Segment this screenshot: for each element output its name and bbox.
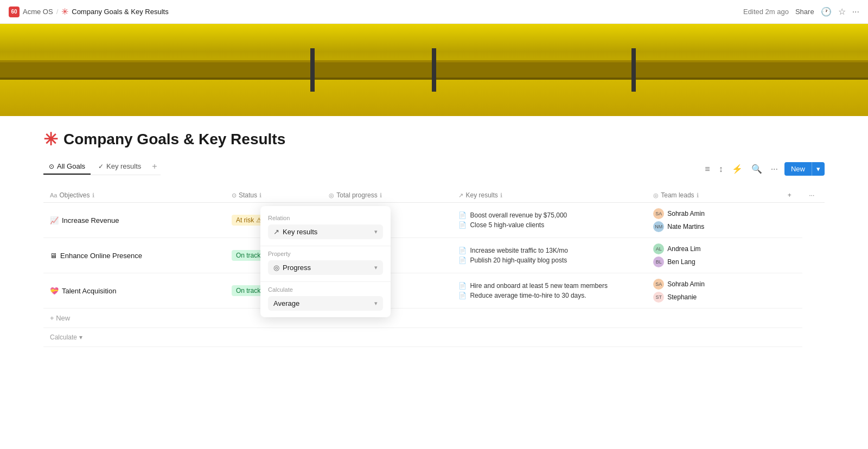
page-icon: ✳ [43,129,58,150]
calculate-chevron-icon[interactable]: ▾ [79,333,82,341]
th-teamleads-info[interactable]: ℹ [697,192,699,199]
more-icon[interactable]: ··· [852,7,859,17]
avatar: BL [653,256,664,267]
more-options-icon[interactable]: ··· [769,162,780,176]
team-lead-name: Andrea Lim [667,245,700,253]
calculate-select-left: Average [273,299,299,307]
page-content: ✳ Company Goals & Key Results ⊙ All Goal… [0,116,868,360]
tl-list: ALAndrea LimBLBen Lang [653,243,770,267]
edited-label: Edited 2m ago [743,8,789,16]
more-columns-icon[interactable]: ··· [809,191,814,199]
th-progress-info[interactable]: ℹ [380,192,382,199]
breadcrumb-slash: / [56,8,59,16]
relation-arrow-icon: ↗ [273,228,279,236]
list-item[interactable]: 📄Hire and onboard at least 5 new team me… [458,282,640,290]
list-item[interactable]: ALAndrea Lim [653,243,770,254]
new-button-label[interactable]: New [784,162,812,176]
cell-objective[interactable]: 📈Increase Revenue [43,203,225,238]
cell-objective[interactable]: 🖥Enhance Online Presence [43,238,225,273]
th-more-columns[interactable]: ··· [802,188,825,203]
objective-emoji: 📈 [50,216,59,224]
kr-text: Publish 20 high-quality blog posts [470,256,567,264]
filter-icon[interactable]: ≡ [703,162,712,176]
th-objectives: Aa Objectives ℹ [43,188,225,203]
property-section: Property ◎ Progress ▾ [260,248,391,279]
table-row[interactable]: 💝Talent AcquisitionOn track ✓📄Hire and o… [43,273,825,309]
list-item[interactable]: BLBen Lang [653,256,770,267]
new-button-chevron[interactable]: ▾ [812,162,825,176]
relation-value: Key results [283,228,317,236]
calculate-select[interactable]: Average ▾ [268,296,383,311]
list-item[interactable]: SASohrab Amin [653,208,770,219]
doc-icon: 📄 [458,256,467,264]
lightning-icon[interactable]: ⚡ [730,162,745,176]
th-keyresults-info[interactable]: ℹ [500,192,502,199]
relation-label: Relation [268,215,383,221]
team-lead-name: Stephanie [667,293,697,301]
clock-icon[interactable]: 🕐 [821,7,832,17]
calculate-label[interactable]: Calculate [50,333,77,341]
tab-key-results[interactable]: ✓ Key results [93,159,146,175]
list-item[interactable]: 📄Close 5 high-value clients [458,221,640,229]
kr-text: Hire and onboard at least 5 new team mem… [470,282,607,290]
calculate-control[interactable]: Calculate▾ [50,333,796,341]
th-teamleads-icon: ◎ [653,192,659,199]
add-column-icon[interactable]: + [788,191,792,199]
search-icon[interactable]: 🔍 [749,162,764,176]
new-row-cell[interactable]: + New [43,309,802,328]
table-row[interactable]: 🖥Enhance Online PresenceOn track ✓📄Incre… [43,238,825,273]
property-select[interactable]: ◎ Progress ▾ [268,260,383,275]
new-row-label[interactable]: + New [50,314,70,322]
page-title-breadcrumb: Company Goals & Key Results [72,8,168,16]
th-status-info[interactable]: ℹ [259,192,261,199]
key-results-tab-icon: ✓ [98,163,104,170]
topbar: 60 Acme OS / ✳ Company Goals & Key Resul… [0,0,868,24]
th-progress: ◎ Total progress ℹ [322,188,452,203]
objective-text: Enhance Online Presence [60,252,142,260]
team-lead-name: Sohrab Amin [667,210,705,217]
progress-popup: Relation ↗ Key results ▾ Property ◎ Prog… [260,206,391,317]
th-progress-icon: ◎ [329,192,334,199]
relation-select[interactable]: ↗ Key results ▾ [268,224,383,239]
list-item[interactable]: NMNate Martins [653,221,770,232]
th-progress-label: Total progress [336,191,377,199]
avatar: SA [653,279,664,290]
objective-emoji: 💝 [50,287,59,295]
calculate-label: Calculate [268,286,383,293]
new-row[interactable]: + New [43,309,825,328]
topbar-right: Edited 2m ago Share 🕐 ☆ ··· [743,7,859,17]
calculate-cell: Calculate▾ [43,328,802,347]
doc-icon: 📄 [458,292,467,299]
table-header-row: Aa Objectives ℹ ⊙ Status ℹ [43,188,825,203]
avatar: ST [653,292,664,303]
th-status-icon: ⊙ [232,192,237,199]
relation-select-left: ↗ Key results [273,228,317,236]
list-item[interactable]: 📄Publish 20 high-quality blog posts [458,256,640,264]
th-status-label: Status [239,191,257,199]
tab-all-goals[interactable]: ⊙ All Goals [43,159,91,175]
cell-objective[interactable]: 💝Talent Acquisition [43,273,225,309]
new-button[interactable]: New ▾ [784,162,825,176]
toolbar: ≡ ↕ ⚡ 🔍 ··· New ▾ [703,162,825,176]
breadcrumb-parent[interactable]: Acme OS [23,8,53,16]
cell-key-results: 📄Increase website traffic to 13K/mo📄Publ… [452,238,647,273]
list-item[interactable]: 📄Increase website traffic to 13K/mo [458,247,640,254]
kr-list: 📄Hire and onboard at least 5 new team me… [458,282,640,299]
list-item[interactable]: 📄Boost overall revenue by $75,000 [458,211,640,219]
star-icon[interactable]: ☆ [838,7,846,17]
th-keyresults-label: Key results [465,191,497,199]
list-item[interactable]: SASohrab Amin [653,279,770,290]
sort-icon[interactable]: ↕ [717,162,725,176]
th-objectives-info[interactable]: ℹ [92,192,94,199]
popup-divider-2 [260,281,391,282]
property-progress-icon: ◎ [273,264,279,272]
add-tab-button[interactable]: + [149,158,160,175]
th-add-column[interactable]: + [776,188,802,203]
tl-list: SASohrab AminSTStephanie [653,279,770,303]
list-item[interactable]: 📄Reduce average time-to-hire to 30 days. [458,292,640,299]
share-button[interactable]: Share [795,8,814,16]
list-item[interactable]: STStephanie [653,292,770,303]
table-row[interactable]: 📈Increase RevenueAt risk ⚠ 29% 📄Boost ov… [43,203,825,238]
property-value: Progress [283,264,311,272]
breadcrumb: 60 Acme OS / ✳ Company Goals & Key Resul… [9,7,169,17]
